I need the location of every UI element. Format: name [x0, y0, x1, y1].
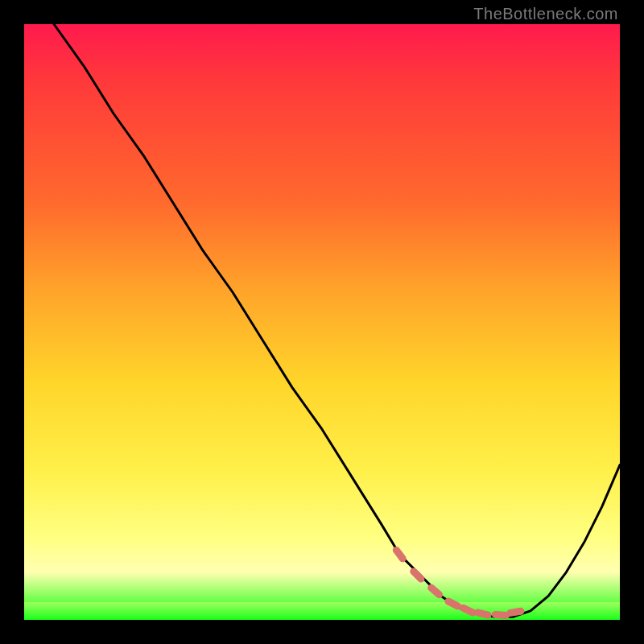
bottleneck-curve: [54, 24, 620, 617]
attribution-label: TheBottleneck.com: [473, 5, 618, 23]
optimal-marker: [464, 608, 473, 613]
optimal-marker: [478, 613, 489, 615]
optimal-marker: [510, 611, 521, 613]
optimal-zone-markers: [396, 550, 521, 615]
optimal-marker: [414, 572, 421, 579]
optimal-marker: [431, 588, 440, 595]
plot-area: [24, 24, 620, 620]
bottleneck-curve-path: [54, 24, 620, 617]
optimal-marker: [448, 601, 458, 606]
chart-svg: [24, 24, 620, 620]
chart-frame: TheBottleneck.com: [0, 0, 644, 644]
optimal-marker: [396, 550, 402, 558]
optimal-marker: [496, 615, 506, 616]
